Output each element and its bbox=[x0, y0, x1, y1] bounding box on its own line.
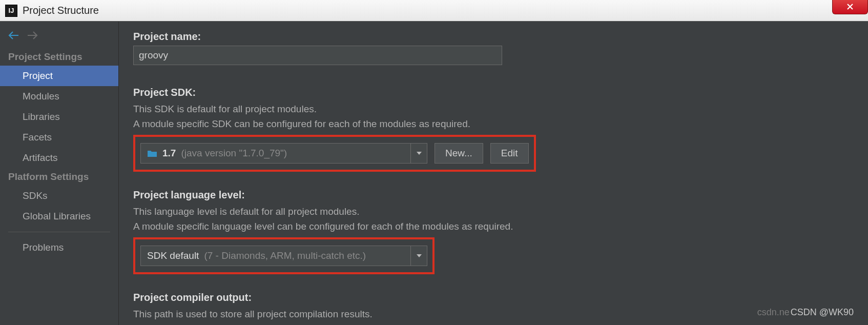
sidebar-divider bbox=[8, 232, 110, 232]
project-sdk-dropdown[interactable]: 1.7 (java version "1.7.0_79") bbox=[140, 143, 427, 164]
project-name-input[interactable] bbox=[133, 46, 502, 65]
language-level-highlight: SDK default (7 - Diamonds, ARM, multi-ca… bbox=[133, 237, 435, 274]
arrow-left-icon bbox=[8, 31, 19, 40]
language-level-dropdown[interactable]: SDK default (7 - Diamonds, ARM, multi-ca… bbox=[140, 246, 427, 266]
project-sdk-desc2: A module specific SDK can be configured … bbox=[133, 116, 854, 131]
close-icon bbox=[846, 3, 854, 11]
sdk-name: 1.7 bbox=[162, 148, 176, 159]
title-bar: IJ Project Structure bbox=[0, 0, 868, 22]
content-panel: Project name: Project SDK: This SDK is d… bbox=[119, 22, 868, 325]
sidebar-item-global-libraries[interactable]: Global Libraries bbox=[0, 206, 118, 227]
arrow-right-icon bbox=[27, 31, 38, 40]
nav-forward-button[interactable] bbox=[27, 31, 38, 40]
sidebar-item-problems[interactable]: Problems bbox=[0, 237, 118, 258]
sidebar-item-sdks[interactable]: SDKs bbox=[0, 186, 118, 206]
language-level-detail: (7 - Diamonds, ARM, multi-catch etc.) bbox=[204, 250, 366, 261]
project-name-label: Project name: bbox=[133, 31, 854, 43]
sdk-highlight: 1.7 (java version "1.7.0_79") New... Edi… bbox=[133, 135, 536, 172]
watermark: csdn.neCSDN @WK90 bbox=[757, 307, 854, 318]
project-sdk-label: Project SDK: bbox=[133, 87, 854, 98]
folder-icon bbox=[147, 149, 157, 157]
sidebar-item-modules[interactable]: Modules bbox=[0, 86, 118, 107]
close-button[interactable] bbox=[832, 0, 868, 14]
language-level-desc1: This language level is default for all p… bbox=[133, 204, 854, 219]
sdk-new-button[interactable]: New... bbox=[435, 143, 483, 164]
language-level-default: SDK default bbox=[147, 250, 199, 261]
language-level-label: Project language level: bbox=[133, 189, 854, 201]
sidebar-item-libraries[interactable]: Libraries bbox=[0, 107, 118, 127]
compiler-output-label: Project compiler output: bbox=[133, 292, 854, 303]
sidebar: Project Settings Project Modules Librari… bbox=[0, 22, 119, 325]
sidebar-item-facets[interactable]: Facets bbox=[0, 127, 118, 148]
project-settings-header: Project Settings bbox=[0, 48, 118, 66]
compiler-output-desc2: A directory corresponding to each module… bbox=[133, 321, 854, 325]
caret-down-icon bbox=[416, 151, 422, 155]
project-sdk-desc1: This SDK is default for all project modu… bbox=[133, 101, 854, 116]
compiler-output-desc1: This path is used to store all project c… bbox=[133, 307, 854, 321]
caret-down-icon bbox=[416, 254, 422, 258]
platform-settings-header: Platform Settings bbox=[0, 168, 118, 186]
sidebar-item-artifacts[interactable]: Artifacts bbox=[0, 148, 118, 168]
sidebar-item-project[interactable]: Project bbox=[0, 66, 118, 86]
nav-back-button[interactable] bbox=[8, 31, 19, 40]
window-title: Project Structure bbox=[23, 5, 99, 16]
sdk-edit-button[interactable]: Edit bbox=[490, 143, 529, 164]
sdk-version: (java version "1.7.0_79") bbox=[181, 148, 287, 159]
app-icon: IJ bbox=[5, 5, 17, 17]
language-level-desc2: A module specific language level can be … bbox=[133, 219, 854, 234]
